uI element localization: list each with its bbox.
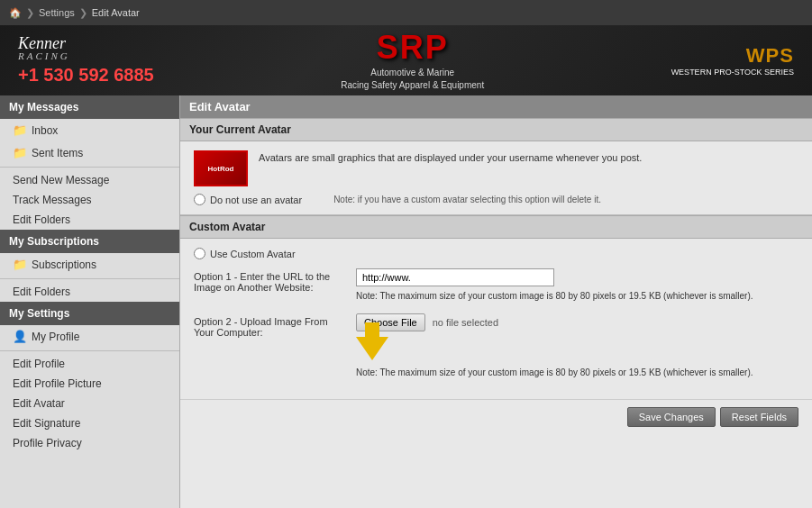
my-messages-header: My Messages [0,95,179,119]
subscriptions-label: Subscriptions [32,259,96,271]
avatar-description: Avatars are small graphics that are disp… [259,150,642,167]
breadcrumb: 🏠 ❯ Settings ❯ Edit Avatar [0,0,812,25]
sidebar-item-edit-profile-picture[interactable]: Edit Profile Picture [0,374,179,394]
no-avatar-radio[interactable] [194,194,205,205]
option2-row: Option 2 - Upload Image From Your Comput… [194,313,798,379]
breadcrumb-arrow: ❯ [79,7,87,19]
use-custom-avatar-label: Use Custom Avatar [210,249,296,259]
section-title: Edit Avatar [180,95,812,118]
reset-fields-button[interactable]: Reset Fields [720,407,798,427]
use-custom-avatar-row: Use Custom Avatar [194,248,798,259]
option2-content: Choose File no file selected Note: The m… [356,313,798,379]
url-input[interactable] [356,268,554,286]
no-file-label: no file selected [433,317,498,328]
no-avatar-row: Do not use an avatar Note: if you have a… [194,194,798,205]
kenner-logo-area: Kenner RACING +1 530 592 6885 [18,35,154,86]
option1-label: Option 1 - Enter the URL to the Image on… [194,268,347,293]
sidebar-item-edit-profile[interactable]: Edit Profile [0,354,179,374]
divider3 [0,350,179,351]
no-avatar-label: Do not use an avatar [210,195,302,205]
sidebar: My Messages 📁 Inbox 📁 Sent Items Send Ne… [0,95,180,508]
my-settings-header: My Settings [0,302,179,325]
current-avatar-header: Your Current Avatar [180,118,812,141]
sidebar-item-profile-privacy[interactable]: Profile Privacy [0,433,179,453]
kenner-racing: RACING [18,51,70,61]
wps-logo: WPS [671,44,794,68]
option2-label: Option 2 - Upload Image From Your Comput… [194,313,347,338]
sidebar-item-send-message[interactable]: Send New Message [0,170,179,190]
sidebar-item-inbox[interactable]: 📁 Inbox [0,119,179,141]
breadcrumb-settings[interactable]: Settings [39,7,75,18]
srp-logo-area: SRP Automotive & Marine Racing Safety Ap… [341,29,484,92]
avatar-image: HotRod [194,150,248,186]
sidebar-item-subscriptions[interactable]: 📁 Subscriptions [0,253,179,276]
content-area: Edit Avatar Your Current Avatar HotRod A… [180,95,812,508]
wps-logo-area: WPS WESTERN PRO-STOCK SERIES [671,44,794,77]
use-custom-avatar-radio[interactable] [194,248,205,259]
wps-sub: WESTERN PRO-STOCK SERIES [671,68,794,77]
kenner-phone: +1 530 592 6885 [18,65,154,86]
current-avatar-body: HotRod Avatars are small graphics that a… [180,141,812,214]
folder-icon-sent: 📁 [13,146,27,159]
sidebar-item-edit-signature[interactable]: Edit Signature [0,413,179,433]
avatar-img-inner: HotRod [196,152,246,185]
user-icon: 👤 [13,330,27,343]
folder-icon-subs: 📁 [13,258,27,271]
option1-note: Note: The maximum size of your custom im… [356,290,798,303]
sidebar-item-sent[interactable]: 📁 Sent Items [0,141,179,164]
custom-avatar-header: Custom Avatar [180,215,812,239]
sidebar-item-my-profile[interactable]: 👤 My Profile [0,325,179,348]
breadcrumb-separator: ❯ [26,7,34,19]
divider1 [0,167,179,168]
banner: Kenner RACING +1 530 592 6885 SRP Automo… [0,25,812,95]
save-changes-button[interactable]: Save Changes [627,407,716,427]
breadcrumb-current: Edit Avatar [92,7,140,18]
custom-avatar-body: Use Custom Avatar Option 1 - Enter the U… [180,239,812,399]
sidebar-item-edit-folders-msg[interactable]: Edit Folders [0,210,179,230]
home-icon[interactable]: 🏠 [9,7,22,19]
divider2 [0,278,179,279]
kenner-name: Kenner RACING [18,35,70,61]
my-profile-label: My Profile [32,331,79,343]
no-avatar-note: Note: if you have a custom avatar select… [333,195,601,204]
file-upload-row: Choose File no file selected [356,313,798,331]
my-subscriptions-header: My Subscriptions [0,230,179,253]
content-inner: Edit Avatar Your Current Avatar HotRod A… [180,95,812,434]
sidebar-item-track-messages[interactable]: Track Messages [0,190,179,210]
current-avatar-area: HotRod Avatars are small graphics that a… [194,150,798,186]
sidebar-item-edit-avatar[interactable]: Edit Avatar [0,394,179,413]
sent-label: Sent Items [32,147,83,159]
option1-row: Option 1 - Enter the URL to the Image on… [194,268,798,303]
srp-logo: SRP [341,29,484,67]
main-layout: My Messages 📁 Inbox 📁 Sent Items Send Ne… [0,95,812,508]
arrow-indicator [356,337,388,360]
srp-line1: Automotive & Marine [341,67,484,79]
inbox-label: Inbox [32,124,58,137]
sidebar-item-edit-folders-subs[interactable]: Edit Folders [0,282,179,302]
folder-icon: 📁 [13,123,27,137]
bottom-buttons: Save Changes Reset Fields [180,399,812,434]
option1-content: Note: The maximum size of your custom im… [356,268,798,303]
option2-note: Note: The maximum size of your custom im… [356,367,798,379]
srp-line2: Racing Safety Apparel & Equipment [341,79,484,92]
